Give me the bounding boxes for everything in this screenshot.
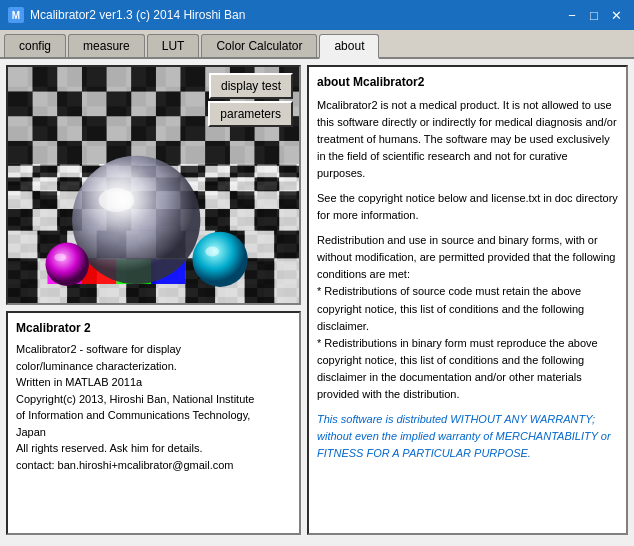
info-line-2: Written in MATLAB 2011a — [16, 376, 142, 388]
info-box-text: Mcalibrator2 - software for display colo… — [16, 341, 291, 473]
tab-config[interactable]: config — [4, 34, 66, 57]
svg-rect-17 — [230, 166, 255, 178]
svg-rect-89 — [33, 92, 58, 117]
svg-rect-83 — [181, 67, 206, 92]
svg-rect-101 — [33, 116, 58, 141]
about-paragraph-1: See the copyright notice below and licen… — [317, 190, 618, 224]
svg-rect-74 — [245, 258, 275, 303]
svg-rect-16 — [205, 166, 230, 178]
svg-rect-91 — [82, 92, 107, 117]
svg-rect-8 — [8, 166, 33, 178]
maximize-button[interactable]: □ — [584, 5, 604, 25]
svg-rect-104 — [107, 116, 132, 141]
svg-point-133 — [45, 243, 88, 286]
svg-rect-94 — [156, 92, 181, 117]
tab-lut[interactable]: LUT — [147, 34, 200, 57]
right-panel-text: Mcalibrator2 is not a medical product. I… — [317, 97, 618, 462]
info-box: Mcalibrator 2 Mcalibrator2 - software fo… — [6, 311, 301, 535]
svg-rect-41 — [230, 191, 255, 209]
display-area: display test parameters — [6, 65, 301, 305]
about-paragraph-3: This software is distributed WITHOUT ANY… — [317, 411, 618, 462]
info-line-7: contact: ban.hiroshi+mcalibrator@gmail.c… — [16, 459, 234, 471]
about-paragraph-2: Redistribution and use in source and bin… — [317, 232, 618, 402]
svg-rect-75 — [274, 258, 299, 303]
svg-point-132 — [205, 247, 219, 257]
about-paragraph-0: Mcalibrator2 is not a medical product. I… — [317, 97, 618, 182]
svg-rect-107 — [181, 116, 206, 141]
svg-rect-81 — [131, 67, 156, 92]
info-line-4: of Information and Communications Techno… — [16, 409, 250, 421]
tab-measure[interactable]: measure — [68, 34, 145, 57]
svg-rect-56 — [8, 231, 38, 259]
parameters-button[interactable]: parameters — [208, 101, 293, 127]
svg-rect-90 — [57, 92, 82, 117]
svg-rect-22 — [57, 177, 82, 191]
svg-rect-76 — [8, 67, 33, 92]
svg-rect-113 — [33, 141, 58, 166]
svg-rect-88 — [8, 92, 33, 117]
display-test-button[interactable]: display test — [209, 73, 293, 99]
svg-rect-15 — [181, 166, 206, 178]
svg-rect-100 — [8, 116, 33, 141]
app-icon: M — [8, 7, 24, 23]
svg-point-131 — [192, 232, 247, 287]
svg-rect-82 — [156, 67, 181, 92]
svg-rect-44 — [8, 209, 33, 231]
svg-rect-78 — [57, 67, 82, 92]
svg-rect-33 — [33, 191, 58, 209]
svg-rect-42 — [255, 191, 280, 209]
close-button[interactable]: ✕ — [606, 5, 626, 25]
svg-rect-43 — [279, 191, 299, 209]
svg-rect-64 — [245, 231, 275, 259]
svg-rect-66 — [8, 258, 38, 303]
left-panel: display test parameters Mcalibrator 2 Mc… — [6, 65, 301, 535]
main-content: display test parameters Mcalibrator 2 Mc… — [0, 59, 634, 541]
svg-rect-19 — [279, 166, 299, 178]
right-panel: about Mcalibrator2 Mcalibrator2 is not a… — [307, 65, 628, 535]
svg-rect-92 — [107, 92, 132, 117]
svg-rect-119 — [181, 141, 206, 166]
tab-about[interactable]: about — [319, 34, 379, 59]
info-line-0: Mcalibrator2 - software for display — [16, 343, 181, 355]
svg-rect-32 — [8, 191, 33, 209]
tab-bar: config measure LUT Color Calculator abou… — [0, 30, 634, 59]
tab-color-calculator[interactable]: Color Calculator — [201, 34, 317, 57]
svg-rect-65 — [274, 231, 299, 259]
info-line-6: All rights reserved. Ask him for details… — [16, 442, 202, 454]
svg-rect-53 — [230, 209, 255, 231]
svg-rect-114 — [57, 141, 82, 166]
svg-rect-29 — [230, 177, 255, 191]
svg-rect-18 — [255, 166, 280, 178]
info-line-1: color/luminance characterization. — [16, 360, 177, 372]
svg-rect-103 — [82, 116, 107, 141]
svg-rect-93 — [131, 92, 156, 117]
svg-rect-52 — [205, 209, 230, 231]
window-title: Mcalibrator2 ver1.3 (c) 2014 Hiroshi Ban — [30, 8, 562, 22]
svg-rect-121 — [230, 141, 255, 166]
svg-rect-105 — [131, 116, 156, 141]
svg-rect-10 — [57, 166, 82, 178]
svg-rect-106 — [156, 116, 181, 141]
svg-point-134 — [54, 253, 66, 261]
info-line-3: Copyright(c) 2013, Hiroshi Ban, National… — [16, 393, 254, 405]
svg-rect-77 — [33, 67, 58, 92]
svg-rect-31 — [279, 177, 299, 191]
svg-rect-21 — [33, 177, 58, 191]
info-line-5: Japan — [16, 426, 46, 438]
right-panel-title: about Mcalibrator2 — [317, 75, 618, 89]
svg-rect-45 — [33, 209, 58, 231]
minimize-button[interactable]: − — [562, 5, 582, 25]
svg-rect-95 — [181, 92, 206, 117]
svg-point-129 — [72, 156, 200, 284]
window-controls: − □ ✕ — [562, 5, 626, 25]
info-box-title: Mcalibrator 2 — [16, 321, 291, 335]
svg-rect-9 — [33, 166, 58, 178]
svg-rect-54 — [255, 209, 280, 231]
svg-rect-40 — [205, 191, 230, 209]
svg-point-130 — [99, 188, 135, 212]
svg-rect-55 — [279, 209, 299, 231]
svg-rect-102 — [57, 116, 82, 141]
svg-rect-80 — [107, 67, 132, 92]
svg-rect-115 — [82, 141, 107, 166]
svg-rect-20 — [8, 177, 33, 191]
